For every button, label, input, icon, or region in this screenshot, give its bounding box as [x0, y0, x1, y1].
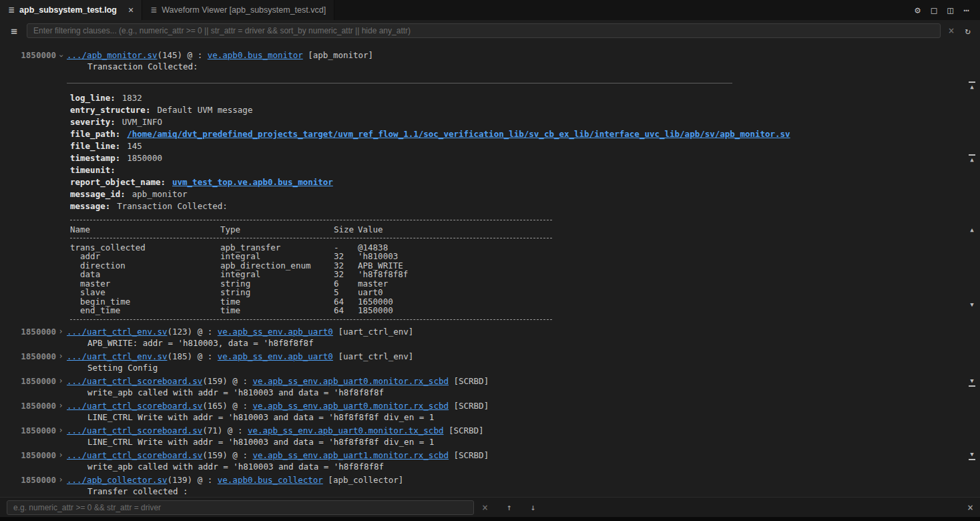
tab-label: apb_subsystem_test.log: [19, 5, 117, 15]
log-entry: 1850000 › .../apb_collector.sv(139) @ : …: [0, 474, 980, 497]
menu-icon[interactable]: ≡: [7, 25, 21, 37]
entry-header: .../uart_ctrl_env.sv(185) @ : ve.apb_ss_…: [67, 351, 980, 362]
entry-timestamp: 1850000: [21, 375, 56, 387]
detail-field: timeunit:: [70, 164, 980, 176]
table-header-row: Name Type Size Value: [70, 225, 980, 234]
source-file-link[interactable]: .../uart_ctrl_scoreboard.sv: [67, 376, 202, 386]
scroll-up-marker-icon[interactable]: ▲: [966, 227, 978, 233]
tab-waveform-viewer[interactable]: ≣ Waveform Viewer [apb_subsystem_test.vc…: [142, 0, 334, 20]
entry-timestamp: 1850000: [21, 49, 56, 61]
find-clear-icon[interactable]: ×: [482, 502, 488, 514]
entry-timestamp: 1850000: [21, 425, 56, 436]
entry-timestamp: 1850000: [21, 450, 56, 461]
tab-label: Waveform Viewer [apb_subsystem_test.vcd]: [162, 5, 326, 15]
entry-timestamp: 1850000: [21, 400, 56, 411]
entry-header: .../apb_monitor.sv(145) @ : ve.apb0.bus_…: [67, 49, 980, 61]
entry-header: .../uart_ctrl_scoreboard.sv(165) @ : ve.…: [67, 400, 980, 411]
entry-header: .../uart_ctrl_env.sv(123) @ : ve.apb_ss_…: [67, 326, 980, 337]
collapse-chevron-icon[interactable]: ›: [55, 53, 67, 59]
scroll-bottom-marker-icon[interactable]: ▼: [966, 452, 978, 460]
entry-message: write_apb called with addr = 'h810003 an…: [67, 461, 980, 472]
entry-message: LINE_CTRL Write with addr = 'h810003 and…: [67, 436, 980, 448]
filter-bar: ≡ × ↻: [0, 20, 980, 41]
entry-header-text: (145) @ :: [157, 50, 207, 60]
log-entry: 1850000 › .../uart_ctrl_scoreboard.sv(15…: [0, 450, 980, 472]
scope-link[interactable]: ve.apb0.bus_collector: [218, 475, 323, 485]
filter-clear-icon[interactable]: ×: [946, 25, 957, 37]
find-next-icon[interactable]: ↓: [531, 502, 536, 512]
source-file-link[interactable]: .../apb_monitor.sv: [67, 50, 157, 60]
find-previous-icon[interactable]: ↑: [507, 502, 512, 512]
file-path-link[interactable]: /home/amiq/dvt_predefined_projects_targe…: [127, 129, 790, 139]
log-file-icon: ≣: [8, 5, 15, 15]
scroll-top-marker-icon[interactable]: ▲: [966, 81, 978, 90]
entry-header: .../uart_ctrl_scoreboard.sv(71) @ : ve.a…: [67, 425, 980, 436]
log-viewer: 1850000 › .../apb_monitor.sv(145) @ : ve…: [0, 41, 980, 498]
find-close-icon[interactable]: ×: [967, 502, 973, 514]
expand-chevron-icon[interactable]: ›: [57, 400, 64, 411]
tab-log-file[interactable]: ≣ apb_subsystem_test.log ×: [0, 0, 142, 20]
editor-tab-bar: ≣ apb_subsystem_test.log × ≣ Waveform Vi…: [0, 0, 980, 20]
detail-field: file_line:145: [70, 140, 980, 152]
entry-timestamp: 1850000: [21, 326, 56, 337]
source-file-link[interactable]: .../uart_ctrl_env.sv: [67, 327, 168, 337]
source-file-link[interactable]: .../uart_ctrl_scoreboard.sv: [67, 425, 202, 436]
detail-field: message_id:apb_monitor: [70, 188, 980, 200]
source-file-link[interactable]: .../uart_ctrl_env.sv: [67, 351, 168, 361]
log-entry: 1850000 › .../apb_monitor.sv(145) @ : ve…: [0, 49, 980, 324]
scope-link[interactable]: ve.apb_ss_env.apb_uart0.monitor.rx_scbd: [252, 401, 449, 411]
float-window-icon[interactable]: □: [931, 5, 937, 15]
scroll-top-marker-icon[interactable]: ▲: [966, 154, 978, 163]
expand-chevron-icon[interactable]: ›: [57, 375, 64, 387]
entry-component: [apb_monitor]: [303, 50, 373, 60]
table-row: begin_time time 64 1650000: [70, 297, 980, 307]
scope-link[interactable]: ve.apb0.bus_monitor: [208, 50, 303, 60]
detail-field: message:Transaction Collected:: [70, 200, 980, 212]
expand-chevron-icon[interactable]: ›: [57, 474, 64, 486]
entry-message: LINE_CTRL Write with addr = 'h810003 and…: [67, 411, 980, 423]
entry-message: Setting Config: [67, 362, 980, 373]
settings-gear-icon[interactable]: ⚙: [915, 5, 920, 15]
filter-input[interactable]: [27, 23, 941, 38]
editor-actions: ⚙ □ ◫ ⋯: [915, 0, 980, 20]
expand-chevron-icon[interactable]: ›: [57, 450, 64, 461]
more-actions-icon[interactable]: ⋯: [964, 5, 969, 15]
bottom-strip: [0, 517, 980, 521]
entry-message: Transfer collected :: [67, 486, 980, 497]
scope-link[interactable]: ve.apb_ss_env.apb_uart1.monitor.rx_scbd: [252, 450, 449, 460]
log-entry: 1850000 › .../uart_ctrl_scoreboard.sv(15…: [0, 375, 980, 398]
expand-chevron-icon[interactable]: ›: [57, 425, 64, 436]
log-entry: 1850000 › .../uart_ctrl_scoreboard.sv(71…: [0, 425, 980, 448]
entry-gutter: 1850000 ›: [0, 49, 65, 324]
scope-link[interactable]: ve.apb_ss_env.apb_uart0.monitor.tx_scbd: [248, 425, 444, 436]
table-row: trans_collected apb_transfer - @14838: [70, 243, 980, 252]
expand-chevron-icon[interactable]: ›: [57, 326, 64, 337]
entry-timestamp: 1850000: [21, 474, 56, 486]
scroll-down-marker-icon[interactable]: ▼: [966, 302, 978, 308]
scope-link[interactable]: ve.apb_ss_env.apb_uart0.monitor.rx_scbd: [252, 376, 449, 386]
entry-header: .../uart_ctrl_scoreboard.sv(159) @ : ve.…: [67, 450, 980, 461]
expand-chevron-icon[interactable]: ›: [57, 351, 64, 362]
scope-link[interactable]: ve.apb_ss_env.apb_uart0: [218, 327, 333, 337]
scroll-bottom-marker-icon[interactable]: ▼: [966, 378, 978, 387]
report-object-link[interactable]: uvm_test_top.ve.apb0.bus_monitor: [172, 177, 333, 187]
source-file-link[interactable]: .../uart_ctrl_scoreboard.sv: [67, 450, 202, 460]
entry-header: .../apb_collector.sv(139) @ : ve.apb0.bu…: [67, 474, 980, 486]
table-row: end_time time 64 1850000: [70, 306, 980, 315]
source-file-link[interactable]: .../uart_ctrl_scoreboard.sv: [67, 401, 202, 411]
find-bar: × ↑ ↓ ×: [0, 497, 980, 517]
split-editor-icon[interactable]: ◫: [947, 5, 953, 15]
find-input[interactable]: [7, 500, 474, 515]
tab-close-icon[interactable]: ×: [128, 5, 134, 15]
detail-field: report_object_name:uvm_test_top.ve.apb0.…: [70, 176, 980, 188]
detail-fields: log_line:1832 entry_structure:Default UV…: [67, 92, 980, 212]
source-file-link[interactable]: .../apb_collector.sv: [67, 475, 168, 485]
filter-refresh-icon[interactable]: ↻: [963, 25, 973, 36]
scope-link[interactable]: ve.apb_ss_env.apb_uart0: [218, 351, 333, 361]
table-row: data integral 32 'h8f8f8f8f: [70, 270, 980, 279]
table-row: direction apb_direction_enum 32 APB_WRIT…: [70, 261, 980, 271]
dashed-separator: [70, 234, 552, 243]
log-entry: 1850000 › .../uart_ctrl_env.sv(123) @ : …: [0, 326, 980, 349]
transaction-table: Name Type Size Value trans_collected apb…: [67, 216, 980, 324]
table-row: addr integral 32 'h810003: [70, 252, 980, 261]
